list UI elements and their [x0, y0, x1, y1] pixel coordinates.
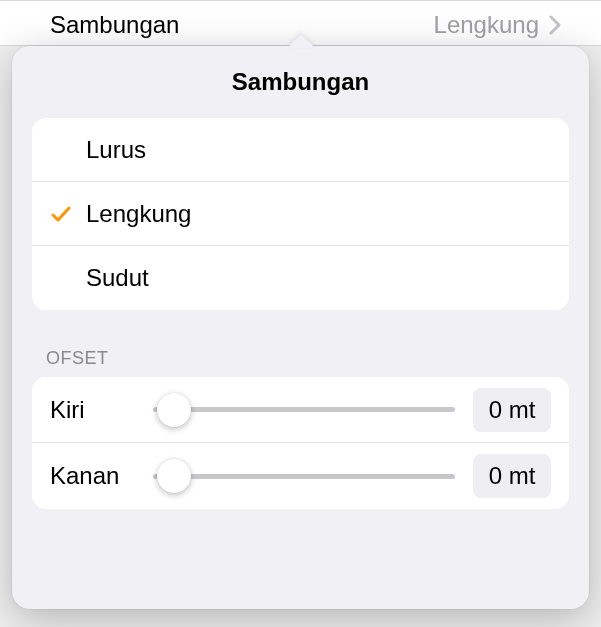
option-sudut[interactable]: Sudut — [32, 246, 569, 310]
option-lengkung[interactable]: Lengkung — [32, 182, 569, 246]
option-label: Lengkung — [80, 200, 191, 228]
slider-track — [153, 474, 455, 479]
connection-popover: Sambungan Lurus Lengkung Sudut OFSET Kir… — [12, 46, 589, 609]
option-label: Lurus — [80, 136, 146, 164]
offset-list: Kiri 0 mt Kanan 0 mt — [32, 377, 569, 509]
offset-header: OFSET — [46, 348, 565, 369]
option-label: Sudut — [80, 264, 149, 292]
offset-right-value[interactable]: 0 mt — [473, 454, 551, 498]
offset-left-slider[interactable] — [153, 393, 455, 427]
slider-track — [153, 407, 455, 412]
slider-thumb[interactable] — [157, 393, 191, 427]
offset-right-label: Kanan — [50, 462, 135, 490]
offset-left-value[interactable]: 0 mt — [473, 388, 551, 432]
slider-thumb[interactable] — [157, 459, 191, 493]
popover-arrow — [287, 34, 315, 48]
connection-value-wrap: Lengkung — [434, 11, 561, 39]
connection-value: Lengkung — [434, 11, 539, 39]
popover-title: Sambungan — [32, 68, 569, 96]
checkmark-slot — [50, 203, 80, 225]
checkmark-icon — [50, 203, 72, 225]
offset-left-label: Kiri — [50, 396, 135, 424]
offset-right-slider[interactable] — [153, 459, 455, 493]
connection-label: Sambungan — [50, 11, 179, 39]
chevron-right-icon — [549, 15, 561, 35]
option-lurus[interactable]: Lurus — [32, 118, 569, 182]
connection-type-list: Lurus Lengkung Sudut — [32, 118, 569, 310]
offset-left-row: Kiri 0 mt — [32, 377, 569, 443]
offset-right-row: Kanan 0 mt — [32, 443, 569, 509]
